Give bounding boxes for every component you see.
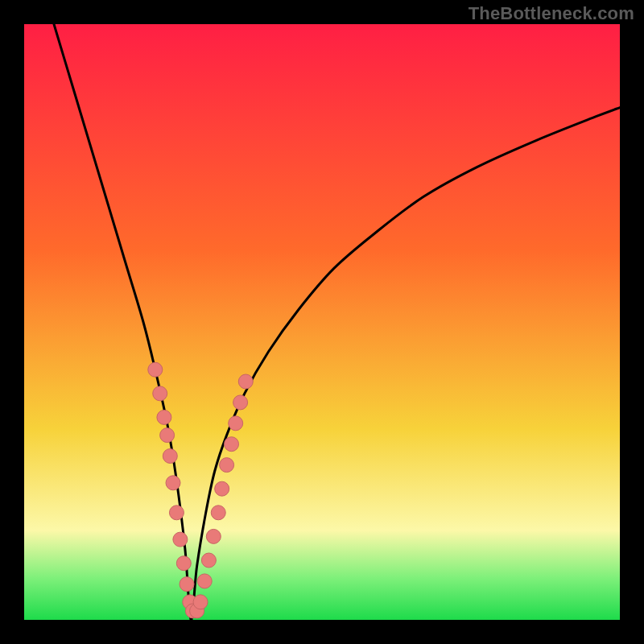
data-point xyxy=(176,556,191,571)
data-point xyxy=(220,458,234,473)
data-point xyxy=(201,553,216,568)
data-point xyxy=(160,428,175,443)
data-point xyxy=(173,532,188,547)
data-point xyxy=(157,410,171,424)
data-point xyxy=(197,574,212,588)
data-point xyxy=(233,395,248,410)
data-point xyxy=(225,437,239,452)
data-point xyxy=(211,506,225,520)
plot-background xyxy=(24,24,620,620)
chart-container: TheBottleneck.com xyxy=(0,0,644,644)
data-point xyxy=(180,577,194,592)
data-point xyxy=(169,506,184,520)
data-point xyxy=(215,481,229,496)
data-point xyxy=(206,529,221,543)
data-point xyxy=(238,374,253,389)
data-point xyxy=(163,449,177,464)
data-point xyxy=(148,362,163,377)
bottleneck-chart xyxy=(0,0,644,644)
data-point xyxy=(153,386,167,401)
data-point xyxy=(166,476,180,490)
data-point xyxy=(229,416,243,431)
watermark-label: TheBottleneck.com xyxy=(469,3,634,24)
data-point xyxy=(193,595,208,609)
